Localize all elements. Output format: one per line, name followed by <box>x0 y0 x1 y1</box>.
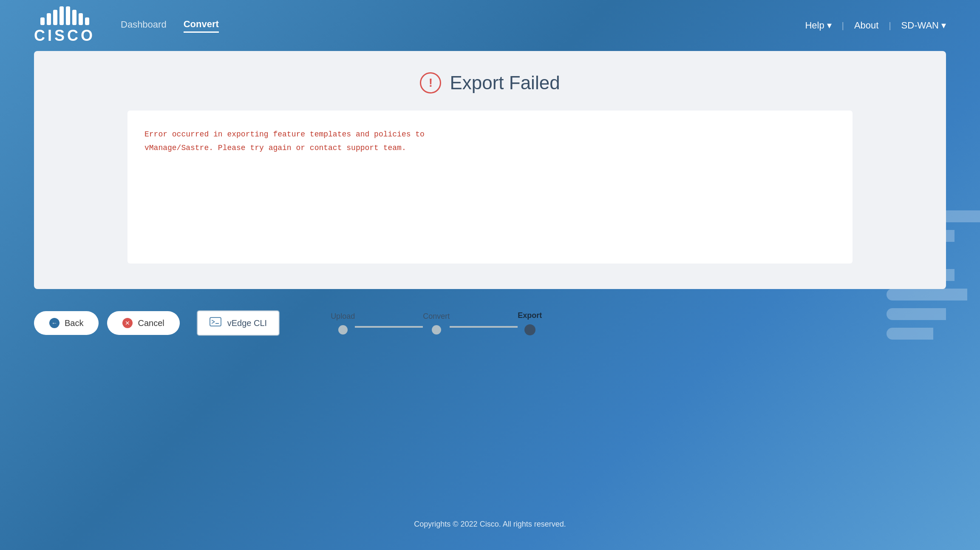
deco-bar-5 <box>887 289 967 301</box>
logo-bar-6 <box>72 10 76 25</box>
help-menu[interactable]: Help ▾ <box>805 20 831 31</box>
step-line-2 <box>450 326 518 328</box>
footer: Copyrights © 2022 Cisco. All rights rese… <box>405 511 574 537</box>
logo-bar-4 <box>59 6 64 25</box>
about-link[interactable]: About <box>854 20 879 31</box>
cisco-logo-bars <box>40 6 89 25</box>
nav-links: Dashboard Convert <box>121 19 805 33</box>
error-message-box: Error occurred in exporting feature temp… <box>127 111 853 264</box>
back-icon: ← <box>49 318 59 328</box>
logo-bar-7 <box>79 13 83 25</box>
svg-rect-0 <box>210 318 221 326</box>
cisco-logo-text: CISCO <box>34 27 95 45</box>
step-export-dot <box>524 324 535 335</box>
logo-bar-3 <box>53 10 57 25</box>
bottom-bar: ← Back ✕ Cancel vEdge CLI Upload Conve <box>0 298 980 349</box>
nav-convert[interactable]: Convert <box>184 19 219 33</box>
svg-line-1 <box>212 320 215 322</box>
deco-bar-7 <box>887 328 933 340</box>
progress-steps: Upload Convert Export <box>331 311 542 335</box>
step-line-1 <box>355 326 423 328</box>
divider-1: | <box>842 21 844 31</box>
step-upload-dot <box>338 325 348 335</box>
sdwan-label: SD-WAN <box>901 20 939 31</box>
nav-dashboard[interactable]: Dashboard <box>121 19 167 32</box>
sdwan-menu[interactable]: SD-WAN ▾ <box>901 20 946 31</box>
device-label: vEdge CLI <box>227 318 267 328</box>
step-convert: Convert <box>423 312 450 335</box>
sdwan-chevron-icon: ▾ <box>941 20 946 31</box>
back-button[interactable]: ← Back <box>34 311 99 335</box>
step-upload-label: Upload <box>331 312 355 321</box>
logo-bar-5 <box>66 6 70 25</box>
error-line-1: Error occurred in exporting feature temp… <box>144 130 425 139</box>
error-icon: ! <box>420 72 441 94</box>
header: CISCO Dashboard Convert Help ▾ | About |… <box>0 0 980 51</box>
export-failed-title: Export Failed <box>450 72 560 94</box>
logo: CISCO <box>34 6 95 45</box>
cancel-label: Cancel <box>138 318 164 328</box>
step-convert-label: Convert <box>423 312 450 321</box>
device-badge[interactable]: vEdge CLI <box>197 310 280 336</box>
device-icon <box>210 317 221 329</box>
export-failed-header: ! Export Failed <box>59 72 921 94</box>
svg-line-2 <box>212 322 215 323</box>
deco-bar-6 <box>887 308 946 320</box>
help-label: Help <box>805 20 824 31</box>
error-line-2: vManage/Sastre. Please try again or cont… <box>144 144 406 152</box>
step-export-label: Export <box>518 311 542 320</box>
step-convert-dot <box>432 325 441 335</box>
help-chevron-icon: ▾ <box>827 20 832 31</box>
logo-bar-1 <box>40 17 45 25</box>
logo-bar-2 <box>47 13 51 25</box>
error-message: Error occurred in exporting feature temp… <box>144 128 836 155</box>
header-right: Help ▾ | About | SD-WAN ▾ <box>805 20 946 31</box>
main-content: ! Export Failed Error occurred in export… <box>34 51 946 289</box>
divider-2: | <box>889 21 891 31</box>
step-upload: Upload <box>331 312 355 335</box>
cancel-icon: ✕ <box>122 318 133 328</box>
copyright-text: Copyrights © 2022 Cisco. All rights rese… <box>414 520 566 528</box>
back-label: Back <box>65 318 83 328</box>
logo-bar-8 <box>85 17 89 25</box>
step-export: Export <box>518 311 542 335</box>
cancel-button[interactable]: ✕ Cancel <box>107 311 179 335</box>
